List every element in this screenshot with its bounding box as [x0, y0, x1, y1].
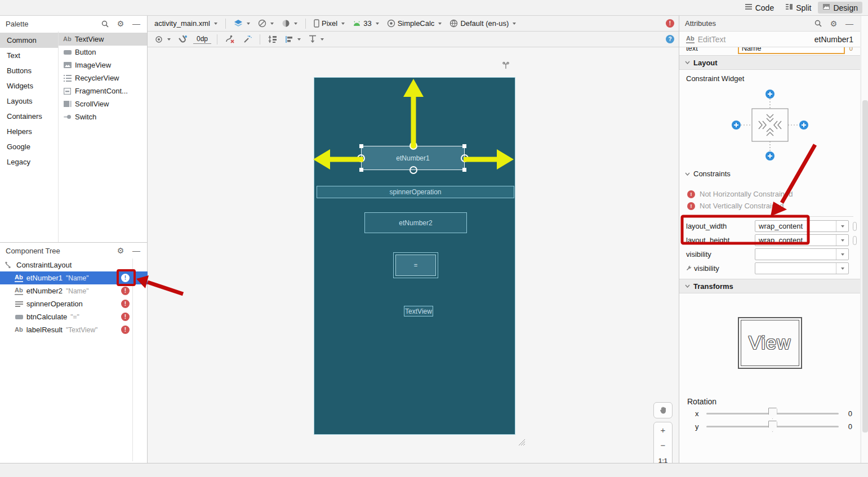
night-mode-button[interactable] [256, 19, 276, 28]
slider-thumb[interactable] [768, 408, 777, 419]
device-icon [314, 19, 319, 28]
resize-handle[interactable] [462, 144, 466, 148]
error-icon[interactable]: ! [121, 300, 130, 308]
palette-category-layouts[interactable]: Layouts [0, 93, 58, 109]
design-surface-button[interactable] [232, 19, 252, 28]
attribute-state-pill[interactable] [853, 222, 857, 231]
tree-item-constraintlayout[interactable]: ConstraintLayout [0, 258, 148, 271]
palette-item-fragmentcontainer[interactable]: FragmentCont... [59, 84, 147, 97]
chevron-down-icon [294, 23, 297, 25]
minimize-icon[interactable]: — [131, 246, 141, 256]
resize-handle[interactable] [359, 168, 363, 172]
file-selector[interactable]: activity_main.xml [152, 19, 220, 28]
palette-category-widgets[interactable]: Widgets [0, 78, 58, 93]
palette-item-recyclerview[interactable]: RecyclerView [59, 72, 147, 84]
chevron-down-icon [836, 263, 848, 274]
palette-item-switch[interactable]: Switch [59, 110, 147, 123]
zoom-out-button[interactable]: − [654, 438, 672, 453]
view-options-button[interactable] [152, 36, 173, 43]
text-attribute-input[interactable] [738, 47, 845, 54]
locale-selector[interactable]: Default (en-us) [447, 19, 518, 28]
palette-category-google[interactable]: Google [0, 139, 58, 154]
tree-item-btncalculate[interactable]: btnCalculate "=" ! [0, 310, 148, 323]
chevron-down-icon [214, 23, 217, 25]
palette-category-containers[interactable]: Containers [0, 109, 58, 124]
section-layout[interactable]: Layout [679, 55, 860, 70]
resize-grip-icon[interactable] [517, 437, 526, 448]
constraint-anchor-right[interactable] [461, 154, 469, 162]
canvas-widget-etnumber2[interactable]: etNumber2 [364, 212, 467, 233]
constraint-anchor-bottom[interactable] [409, 166, 417, 174]
palette-category-buttons[interactable]: Buttons [0, 63, 58, 78]
palette-item-textview[interactable]: Ab TextView [59, 33, 147, 46]
tab-code-label: Code [755, 3, 774, 12]
align-button[interactable] [283, 35, 303, 43]
section-transforms[interactable]: Transforms [679, 279, 860, 293]
palette-category-helpers[interactable]: Helpers [0, 124, 58, 139]
tab-design[interactable]: Design [818, 2, 862, 14]
infer-constraints-button[interactable] [241, 35, 254, 43]
constraint-anchor-top[interactable] [409, 142, 417, 150]
autoconnect-button[interactable] [176, 35, 190, 43]
search-icon[interactable] [100, 19, 110, 29]
constraint-widget[interactable] [679, 83, 860, 164]
tools-visibility-dropdown[interactable] [755, 262, 849, 274]
device-screen[interactable]: etNumber1 spinnerOperation etNumber2 [314, 77, 515, 435]
palette-category-common[interactable]: Common [0, 33, 58, 48]
api-selector[interactable]: 33 [350, 19, 381, 28]
tree-item-etnumber2[interactable]: Ab etNumber2 "Name" ! [0, 284, 148, 297]
pan-hand-icon[interactable] [654, 403, 672, 418]
rotation-x-slider[interactable] [706, 413, 839, 414]
scrollbar-thumb[interactable] [862, 100, 868, 433]
help-icon[interactable]: ? [666, 35, 674, 43]
palette-item-imageview[interactable]: ImageView [59, 59, 147, 72]
tree-item-etnumber1[interactable]: Ab etNumber1 "Name" ! [0, 271, 148, 284]
pack-button[interactable] [266, 35, 279, 43]
theme-selector[interactable]: SimpleCalc [385, 19, 444, 28]
rotation-y-slider[interactable] [706, 426, 839, 427]
zoom-in-button[interactable]: + [654, 422, 672, 438]
section-constraints[interactable]: Constraints [679, 164, 860, 180]
visibility-dropdown[interactable] [755, 248, 849, 260]
design-canvas[interactable]: etNumber1 spinnerOperation etNumber2 [148, 47, 679, 463]
default-margin-selector[interactable]: 0dp [193, 35, 211, 44]
zoom-actual-button[interactable]: 1:1 [654, 453, 672, 463]
error-icon[interactable]: ! [121, 326, 130, 334]
error-icon[interactable]: ! [121, 274, 130, 282]
minimize-icon[interactable]: — [844, 19, 854, 29]
chevron-down-icon [247, 23, 250, 25]
palette-item-button[interactable]: Button [59, 46, 147, 59]
layout-width-dropdown[interactable]: wrap_content [755, 220, 849, 232]
layout-height-dropdown[interactable]: wrap_content [755, 234, 849, 246]
system-ui-mode-button[interactable] [279, 19, 300, 28]
spinner-icon [15, 300, 23, 307]
layout-errors-icon[interactable]: ! [666, 19, 674, 28]
error-icon[interactable]: ! [121, 287, 130, 295]
search-icon[interactable] [813, 19, 823, 29]
resize-handle[interactable] [462, 168, 466, 172]
canvas-widget-spinneroperation[interactable]: spinnerOperation [317, 186, 514, 198]
error-icon[interactable]: ! [121, 313, 130, 321]
attributes-scrollbar[interactable] [861, 16, 868, 463]
slider-thumb[interactable] [768, 421, 777, 432]
tab-split[interactable]: Split [781, 2, 816, 14]
clear-constraints-button[interactable] [223, 35, 237, 43]
canvas-widget-btncalculate[interactable]: = [393, 252, 438, 278]
canvas-widget-labelresult[interactable]: TextView [404, 306, 433, 316]
canvas-widget-etnumber1[interactable]: etNumber1 [361, 146, 465, 170]
gear-icon[interactable]: ⚙ [115, 246, 126, 256]
minimize-icon[interactable]: — [131, 19, 141, 29]
tree-item-spinneroperation[interactable]: spinnerOperation ! [0, 297, 148, 310]
palette-category-text[interactable]: Text [0, 48, 58, 63]
guidelines-button[interactable] [306, 35, 326, 43]
palette-item-scrollview[interactable]: ScrollView [59, 97, 147, 110]
gear-icon[interactable]: ⚙ [115, 19, 126, 29]
palette-category-legacy[interactable]: Legacy [0, 154, 58, 170]
tree-item-labelresult[interactable]: Ab labelResult "TextView" ! [0, 323, 148, 336]
tab-code[interactable]: Code [740, 2, 778, 14]
attribute-state-pill[interactable] [853, 236, 857, 245]
gear-icon[interactable]: ⚙ [829, 19, 839, 29]
constraint-anchor-left[interactable] [357, 154, 365, 162]
resize-handle[interactable] [359, 144, 363, 148]
device-selector[interactable]: Pixel [311, 19, 347, 28]
